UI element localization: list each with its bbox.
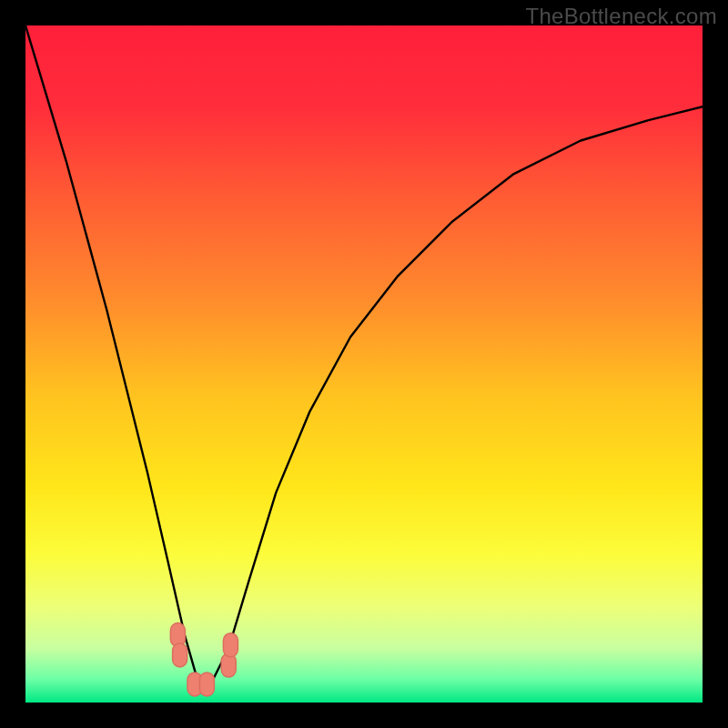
- data-marker: [199, 672, 214, 696]
- gradient-backdrop: [25, 25, 703, 703]
- plot-area: [25, 25, 703, 703]
- chart-svg: [25, 25, 703, 703]
- data-marker: [173, 643, 187, 667]
- chart-frame: TheBottleneck.com: [0, 0, 728, 728]
- data-marker: [223, 633, 238, 657]
